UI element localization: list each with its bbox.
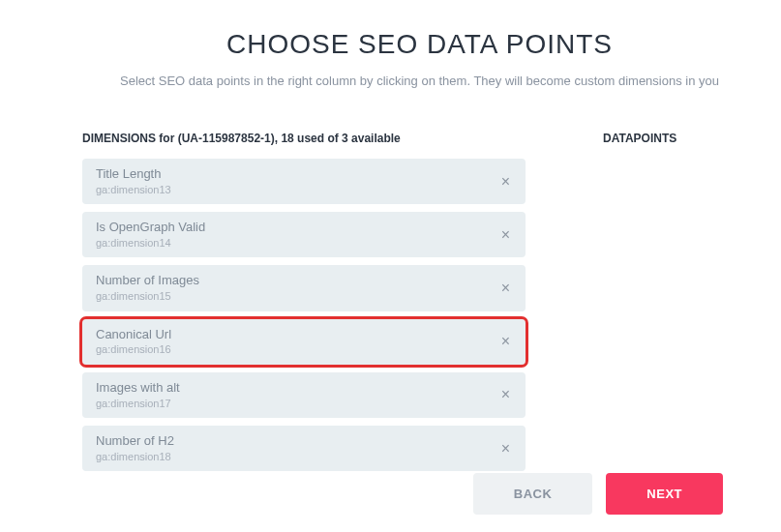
dimension-item[interactable]: Is OpenGraph Validga:dimension14× — [82, 212, 526, 257]
dimensions-list: Title Lengthga:dimension13×Is OpenGraph … — [82, 159, 526, 471]
dimension-item[interactable]: Title Lengthga:dimension13× — [82, 159, 526, 204]
dimension-label: Images with alt — [96, 380, 180, 397]
dimension-item[interactable]: Canonical Urlga:dimension16× — [82, 319, 526, 365]
dimension-key: ga:dimension15 — [96, 289, 199, 303]
close-icon[interactable]: × — [497, 224, 514, 246]
dimension-key: ga:dimension17 — [96, 397, 180, 410]
next-button[interactable]: NEXT — [606, 473, 723, 515]
page-subtitle: Select SEO data points in the right colu… — [0, 74, 781, 88]
dimension-item[interactable]: Number of Imagesga:dimension15× — [82, 265, 526, 310]
close-icon[interactable]: × — [497, 331, 514, 352]
dimensions-column: DIMENSIONS for (UA-115987852-1), 18 used… — [82, 132, 526, 471]
dimensions-header: DIMENSIONS for (UA-115987852-1), 18 used… — [82, 132, 526, 145]
close-icon[interactable]: × — [497, 438, 514, 459]
datapoints-header: DATAPOINTS — [603, 132, 676, 145]
close-icon[interactable]: × — [497, 384, 514, 405]
dimension-label: Title Length — [96, 166, 171, 183]
dimension-label: Number of Images — [96, 273, 199, 289]
page-title: CHOOSE SEO DATA POINTS — [0, 29, 781, 60]
dimension-key: ga:dimension14 — [96, 236, 205, 250]
dimension-key: ga:dimension13 — [96, 183, 171, 196]
dimension-label: Canonical Url — [96, 327, 171, 343]
close-icon[interactable]: × — [497, 278, 514, 299]
dimension-key: ga:dimension16 — [96, 342, 171, 356]
dimension-item[interactable]: Images with altga:dimension17× — [82, 372, 526, 418]
back-button[interactable]: BACK — [473, 473, 593, 515]
close-icon[interactable]: × — [497, 171, 514, 192]
dimension-key: ga:dimension18 — [96, 450, 174, 463]
dimension-label: Number of H2 — [96, 433, 174, 450]
dimension-label: Is OpenGraph Valid — [96, 220, 205, 236]
datapoints-column: DATAPOINTS — [526, 132, 676, 471]
dimension-item[interactable]: Number of H2ga:dimension18× — [82, 426, 526, 471]
